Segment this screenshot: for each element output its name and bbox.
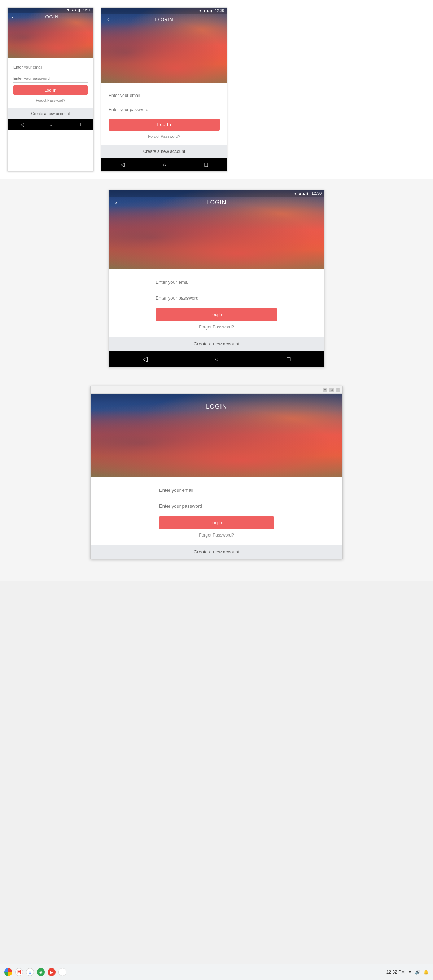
battery-icon: ▮ [210,9,212,13]
taskbar-left: M G ◉ ▶ ⋮⋮ [4,968,66,976]
phone3-home-nav-icon[interactable]: ○ [215,355,219,363]
gmail-icon[interactable]: M [15,968,23,976]
phone3-back-nav-icon[interactable]: ◁ [142,355,148,363]
taskbar-notification-icon[interactable]: 🔔 [423,970,429,975]
phone1-time: 12:30 [83,8,91,12]
google-icon[interactable]: G [26,968,34,976]
wifi-icon: ▼ [67,8,70,12]
phone-1: ▼ ▲▲ ▮ 12:30 ‹ LOGIN Log In Forgot Passw… [7,7,94,172]
phone1-recent-nav-icon[interactable]: □ [78,121,81,127]
window-titlebar: − □ × [91,386,342,394]
page-wrapper: ▼ ▲▲ ▮ 12:30 ‹ LOGIN Log In Forgot Passw… [0,0,433,581]
phone3-status-icons: ▼ ▲▲ ▮ [294,191,309,196]
phone1-password-input[interactable] [13,74,88,83]
maps-icon[interactable]: ◉ [37,968,45,976]
taskbar-volume-icon: 🔊 [415,970,420,975]
phone2-time: 12:30 [215,9,224,13]
taskbar-time: 12:32 PM [387,970,405,975]
desktop-window: − □ × LOGIN Log In Forgot Password? Crea… [90,386,343,559]
phone3-recent-nav-icon[interactable]: □ [286,355,291,363]
window-create-account[interactable]: Create a new account [91,545,342,559]
window-header: LOGIN [91,394,342,410]
signal-icon: ▲▲ [299,191,306,196]
window-banner: LOGIN [91,394,342,477]
minimize-button[interactable]: − [323,388,327,392]
apps-icon[interactable]: ⋮⋮ [58,968,66,976]
phone3-email-input[interactable] [155,277,278,288]
window-login-button[interactable]: Log In [159,516,274,529]
chrome-icon[interactable] [4,968,12,976]
taskbar-spacer [0,559,433,581]
maximize-button[interactable]: □ [329,388,334,392]
battery-icon: ▮ [306,191,308,196]
phone1-create-account[interactable]: Create a new account [8,108,93,119]
phone1-email-input[interactable] [13,63,88,72]
phone3-password-input[interactable] [155,293,278,304]
signal-icon: ▲▲ [203,9,209,13]
taskbar-network-icon: ▼ [408,970,412,975]
phone3-forgot-password[interactable]: Forgot Password? [155,325,278,329]
phone2-recent-nav-icon[interactable]: □ [205,162,208,168]
phone2-email-input[interactable] [109,91,220,101]
phone2-banner: ▼ ▲▲ ▮ 12:30 ‹ LOGIN [101,8,227,83]
phone1-home-nav-icon[interactable]: ○ [50,121,52,127]
phone3-nav-bar: ◁ ○ □ [109,351,324,368]
phone-3: ▼ ▲▲ ▮ 12:30 ‹ LOGIN Log In Forgot Passw… [108,190,325,368]
wifi-icon: ▼ [198,9,202,13]
phone3-form: Log In Forgot Password? [109,269,324,337]
phone2-home-nav-icon[interactable]: ○ [163,162,166,168]
phone1-back-arrow[interactable]: ‹ [10,13,15,21]
phone1-login-button[interactable]: Log In [13,86,88,95]
phone1-forgot-password[interactable]: Forgot Password? [13,99,88,102]
phone2-forgot-password[interactable]: Forgot Password? [109,134,220,138]
phone2-back-arrow[interactable]: ‹ [106,15,110,24]
phone1-back-nav-icon[interactable]: ◁ [20,121,24,127]
phone1-nav-bar: ◁ ○ □ [8,119,93,130]
phone2-create-account[interactable]: Create a new account [101,145,227,158]
phone1-form: Log In Forgot Password? [8,58,93,108]
window-email-input[interactable] [159,485,274,496]
phone1-title: LOGIN [42,14,58,19]
chrome-taskbar: M G ◉ ▶ ⋮⋮ 12:32 PM ▼ 🔊 🔔 [0,964,433,980]
phone3-status-bar: ▼ ▲▲ ▮ 12:30 [109,190,324,197]
phone1-banner: ▼ ▲▲ ▮ 12:30 ‹ LOGIN [8,8,93,58]
phone-2: ▼ ▲▲ ▮ 12:30 ‹ LOGIN Log In Forgot Passw… [101,7,227,172]
phone2-status-icons: ▼ ▲▲ ▮ [198,9,212,13]
taskbar-right: 12:32 PM ▼ 🔊 🔔 [387,970,429,975]
phone2-form: Log In Forgot Password? [101,83,227,145]
phone2-status-bar: ▼ ▲▲ ▮ 12:30 [101,8,227,14]
row-3: − □ × LOGIN Log In Forgot Password? Crea… [0,379,433,559]
youtube-icon[interactable]: ▶ [48,968,56,976]
row-2: ▼ ▲▲ ▮ 12:30 ‹ LOGIN Log In Forgot Passw… [0,179,433,379]
window-form: Log In Forgot Password? [91,477,342,545]
phone3-back-arrow[interactable]: ‹ [113,197,119,208]
phone2-back-nav-icon[interactable]: ◁ [120,161,125,168]
wifi-icon: ▼ [294,191,297,196]
close-button[interactable]: × [336,388,340,392]
phone1-status-icons: ▼ ▲▲ ▮ [67,8,80,12]
phone3-login-button[interactable]: Log In [155,308,278,321]
phone3-create-account[interactable]: Create a new account [109,337,324,351]
phone2-login-button[interactable]: Log In [109,119,220,130]
phone1-status-bar: ▼ ▲▲ ▮ 12:30 [8,8,93,13]
phone2-password-input[interactable] [109,105,220,115]
battery-icon: ▮ [78,8,80,12]
window-password-input[interactable] [159,500,274,512]
row-1: ▼ ▲▲ ▮ 12:30 ‹ LOGIN Log In Forgot Passw… [0,0,433,179]
window-title: LOGIN [206,403,227,410]
phone3-banner: ▼ ▲▲ ▮ 12:30 ‹ LOGIN [109,190,324,269]
phone3-title: LOGIN [207,199,227,206]
phone3-time: 12:30 [312,191,321,196]
phone2-nav-bar: ◁ ○ □ [101,158,227,171]
window-forgot-password[interactable]: Forgot Password? [159,533,274,538]
signal-icon: ▲▲ [71,8,78,12]
phone2-title: LOGIN [155,16,174,22]
